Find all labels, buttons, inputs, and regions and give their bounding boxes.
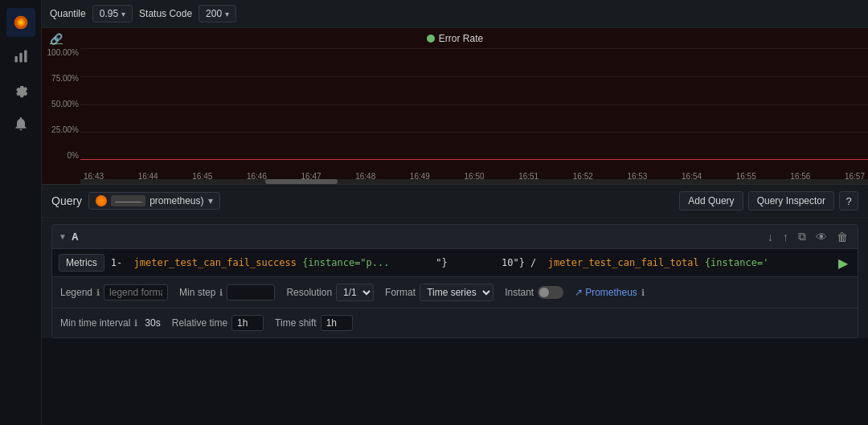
min-step-input[interactable] xyxy=(227,284,275,300)
metrics-dropdown[interactable]: Metrics xyxy=(59,254,104,272)
resolution-label: Resolution xyxy=(286,287,332,298)
query-row-a-header: ▼ A ↓ ↑ ⧉ 👁 🗑 xyxy=(52,225,858,249)
quantile-dropdown[interactable]: 0.95 ▾ xyxy=(92,5,133,22)
chart-title: Error Rate xyxy=(439,33,483,44)
sidebar-icon-fire[interactable] xyxy=(6,8,35,37)
scrollbar-thumb[interactable] xyxy=(265,179,338,184)
prometheus-group: ↗ Prometheus ℹ xyxy=(575,287,645,298)
min-step-label: Min step xyxy=(179,287,215,298)
time-shift-group: Time shift xyxy=(275,315,353,331)
query-header-left: Query ——— prometheus) ▾ xyxy=(51,192,220,210)
expr-instance-label: {instance="p... xyxy=(302,257,419,268)
zero-line xyxy=(80,159,868,160)
resolution-select[interactable]: 1/1 1/2 1/5 xyxy=(336,284,374,301)
sidebar-icon-bell[interactable] xyxy=(6,109,35,138)
run-query-button[interactable]: ▶ xyxy=(835,255,851,271)
query-id-a: A xyxy=(72,231,79,243)
datasource-icon xyxy=(96,195,107,206)
help-button[interactable]: ? xyxy=(839,191,858,210)
toggle-visibility-button[interactable]: 👁 xyxy=(813,229,830,245)
instant-label: Instant xyxy=(505,287,534,298)
legend-group: Legend ℹ xyxy=(60,284,168,300)
datasource-dropdown[interactable]: ——— prometheus) ▾ xyxy=(88,192,219,210)
query-row-actions: ↓ ↑ ⧉ 👁 🗑 xyxy=(764,228,851,245)
query-inspector-button[interactable]: Query Inspector xyxy=(748,191,834,210)
delete-button[interactable]: 🗑 xyxy=(833,229,851,245)
toggle-knob xyxy=(539,288,549,297)
query-header: Query ——— prometheus) ▾ Add Query Query … xyxy=(42,185,868,218)
time-shift-input[interactable] xyxy=(321,315,353,331)
chart-container: 🔗 Error Rate 100.00% 75.00% 50.00% 25.00… xyxy=(42,28,868,185)
query-label: Query xyxy=(51,194,82,207)
chart-grid xyxy=(80,48,868,160)
expr-total-metric: jmeter_test_can_fail_total xyxy=(548,257,699,268)
extra-options-row: Min time interval ℹ 30s Relative time Ti… xyxy=(52,309,858,337)
min-time-interval-info-icon[interactable]: ℹ xyxy=(134,318,137,329)
status-code-dropdown[interactable]: 200 ▾ xyxy=(199,5,236,22)
sidebar-icon-settings[interactable] xyxy=(6,76,35,104)
instant-toggle[interactable] xyxy=(538,286,563,299)
query-expression-row: Metrics 1- jmeter_test_can_fail_success … xyxy=(52,249,858,277)
query-header-right: Add Query Query Inspector ? xyxy=(679,191,858,210)
min-step-group: Min step ℹ xyxy=(179,284,275,300)
min-time-interval-value: 30s xyxy=(145,317,160,329)
collapse-icon[interactable]: ▼ xyxy=(59,232,67,241)
status-code-label: Status Code xyxy=(139,8,192,19)
status-code-caret: ▾ xyxy=(225,10,229,18)
external-link-icon: ↗ xyxy=(575,287,583,298)
svg-rect-5 xyxy=(24,51,27,63)
min-step-info-icon[interactable]: ℹ xyxy=(219,288,223,298)
top-bar: Quantile 0.95 ▾ Status Code 200 ▾ xyxy=(42,0,868,28)
expr-metric-name: jmeter_test_can_fail_success xyxy=(134,257,297,268)
y-label-75: 75.00% xyxy=(45,74,79,83)
y-axis: 100.00% 75.00% 50.00% 25.00% 0% xyxy=(42,48,82,160)
expr-divisor: 10"} / xyxy=(502,257,542,268)
expression-text: 1- jmeter_test_can_fail_success {instanc… xyxy=(111,257,829,268)
instant-group: Instant xyxy=(505,286,563,299)
min-time-interval-label: Min time interval xyxy=(60,317,130,329)
expr-prefix: 1- xyxy=(111,257,129,268)
quantile-label: Quantile xyxy=(50,8,86,19)
svg-rect-3 xyxy=(14,56,17,63)
legend-info-icon[interactable]: ℹ xyxy=(96,288,100,298)
query-row-a-left: ▼ A xyxy=(59,231,79,243)
datasource-pill: ——— xyxy=(111,195,145,206)
prometheus-info-icon[interactable]: ℹ xyxy=(641,288,645,298)
chart-scrollbar[interactable] xyxy=(80,179,868,184)
datasource-caret: ▾ xyxy=(208,195,213,206)
relative-time-group: Relative time xyxy=(172,315,264,331)
add-query-button[interactable]: Add Query xyxy=(679,191,743,210)
quantile-caret: ▾ xyxy=(121,10,125,18)
prometheus-link[interactable]: ↗ Prometheus xyxy=(575,287,637,298)
legend-label: Legend xyxy=(60,287,92,298)
format-group: Format Time series Table Heatmap xyxy=(385,284,493,301)
expr-total-instance: {instance=' xyxy=(705,257,768,268)
resolution-group: Resolution 1/1 1/2 1/5 xyxy=(286,284,374,301)
y-label-25: 25.00% xyxy=(45,125,79,134)
sidebar xyxy=(0,0,42,425)
datasource-name: prometheus) xyxy=(149,195,203,206)
expr-closing: "} xyxy=(424,257,448,268)
duplicate-button[interactable]: ⧉ xyxy=(795,228,809,245)
y-label-100: 100.00% xyxy=(45,48,79,57)
sidebar-icon-chart[interactable] xyxy=(6,42,35,71)
query-options-row: Legend ℹ Min step ℹ Resolution 1/1 1/2 1… xyxy=(52,277,858,309)
chart-header: Error Rate xyxy=(42,33,868,44)
move-up-button[interactable]: ↑ xyxy=(780,229,792,245)
format-label: Format xyxy=(385,287,416,298)
svg-rect-4 xyxy=(19,53,22,63)
y-label-0: 0% xyxy=(45,151,79,160)
format-select[interactable]: Time series Table Heatmap xyxy=(420,284,493,301)
relative-time-input[interactable] xyxy=(231,315,264,331)
legend-dot xyxy=(427,35,435,43)
min-time-interval-group: Min time interval ℹ 30s xyxy=(60,317,161,329)
svg-point-2 xyxy=(18,21,23,25)
relative-time-label: Relative time xyxy=(172,317,227,329)
main-content: Quantile 0.95 ▾ Status Code 200 ▾ 🔗 Erro… xyxy=(42,0,868,338)
y-label-50: 50.00% xyxy=(45,100,79,108)
time-shift-label: Time shift xyxy=(275,317,317,329)
move-down-button[interactable]: ↓ xyxy=(764,229,776,245)
legend-input[interactable] xyxy=(104,284,168,300)
query-row-a: ▼ A ↓ ↑ ⧉ 👁 🗑 Metrics 1- jmeter_test_can… xyxy=(51,224,858,338)
query-section: Query ——— prometheus) ▾ Add Query Query … xyxy=(42,185,868,338)
